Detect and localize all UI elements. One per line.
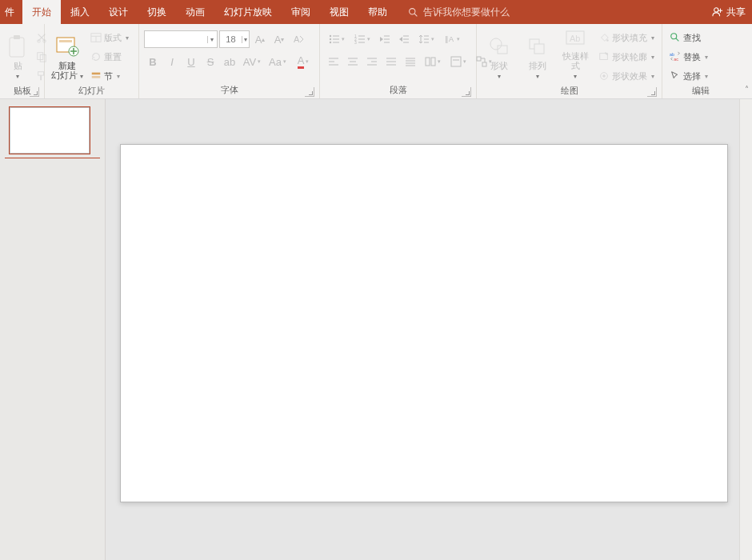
tab-insert[interactable]: 插入 [61, 0, 99, 24]
svg-point-0 [410, 8, 415, 14]
group-paragraph-label: 段落 [390, 85, 407, 94]
font-size-dropdown[interactable]: ▾ [242, 36, 249, 43]
tab-review[interactable]: 审阅 [282, 0, 320, 24]
svg-rect-20 [92, 73, 101, 75]
drawing-dialog-launcher[interactable] [647, 87, 657, 97]
tab-design[interactable]: 设计 [99, 0, 138, 24]
section-button[interactable]: 节▾ [88, 67, 131, 85]
line-spacing-button[interactable]: ▾ [414, 30, 438, 48]
svg-point-23 [330, 35, 331, 37]
clear-format-icon: A [292, 33, 305, 46]
shape-outline-label: 形状轮廓 [612, 51, 647, 63]
italic-button[interactable]: I [163, 53, 181, 70]
svg-rect-63 [451, 57, 461, 66]
replace-button[interactable]: abac替换▾ [667, 48, 710, 66]
align-right-button[interactable] [363, 53, 381, 70]
distribute-icon [405, 56, 416, 67]
svg-rect-11 [38, 72, 44, 75]
clipboard-dialog-launcher[interactable] [30, 87, 39, 97]
text-direction-button[interactable]: ‖A▾ [440, 30, 464, 48]
svg-point-76 [602, 74, 606, 78]
svg-point-27 [330, 42, 331, 43]
font-size-combo[interactable]: ▾ [219, 30, 250, 48]
bullets-button[interactable]: ▾ [325, 30, 349, 48]
decrease-indent-button[interactable] [376, 30, 394, 48]
shapes-button[interactable]: 形状▾ [482, 27, 517, 82]
svg-rect-61 [426, 58, 430, 66]
ribbon: 贴▾ 贴板 新建 幻灯片 ▾ 版式▾ 重置 节▾ 幻灯片 [0, 24, 752, 99]
share-button[interactable]: 共享 [712, 0, 746, 24]
char-spacing-button[interactable]: AV▾ [240, 53, 264, 70]
font-family-combo[interactable]: ▾ [144, 30, 218, 48]
quick-styles-button[interactable]: Ab 快速样式▾ [558, 27, 593, 82]
align-center-icon [347, 56, 358, 67]
group-font: ▾ ▾ A▴ A▾ A B I U S ab AV▾ Aa▾ A▾ [139, 24, 320, 98]
slide-thumbnail-1[interactable] [10, 107, 90, 154]
text-direction-icon: ‖A [444, 34, 455, 45]
font-family-input[interactable] [145, 34, 207, 44]
align-justify-button[interactable] [382, 53, 400, 70]
shape-outline-button[interactable]: 形状轮廓▾ [596, 48, 657, 66]
underline-button[interactable]: U [182, 53, 200, 70]
select-icon [670, 70, 681, 82]
find-button[interactable]: 查找 [667, 29, 710, 46]
tab-help[interactable]: 帮助 [358, 0, 397, 24]
shape-effects-button[interactable]: 形状效果▾ [596, 67, 657, 85]
align-text-button[interactable]: ▾ [446, 53, 470, 70]
shape-effects-label: 形状效果 [612, 70, 647, 82]
font-family-dropdown[interactable]: ▾ [207, 36, 217, 43]
numbering-button[interactable]: 123▾ [350, 30, 374, 48]
group-clipboard-label: 贴板 [14, 86, 31, 95]
arrange-icon [526, 36, 549, 57]
tab-animations[interactable]: 动画 [176, 0, 214, 24]
clear-format-button[interactable]: A [290, 30, 307, 48]
tell-me-placeholder: 告诉我你想要做什么 [423, 6, 510, 19]
columns-button[interactable]: ▾ [421, 53, 445, 70]
strike-button[interactable]: S [202, 53, 219, 70]
align-left-button[interactable] [325, 53, 342, 70]
vertical-scrollbar[interactable] [739, 99, 752, 560]
svg-point-25 [330, 38, 331, 40]
new-slide-button[interactable]: 新建 幻灯片 ▾ [50, 27, 85, 82]
find-icon [670, 32, 681, 43]
grow-font-button[interactable]: A▴ [251, 30, 269, 48]
reset-button[interactable]: 重置 [88, 48, 131, 66]
paragraph-dialog-launcher[interactable] [462, 87, 471, 97]
change-case-button[interactable]: Aa▾ [266, 53, 290, 70]
increase-indent-button[interactable] [395, 30, 413, 48]
tab-file[interactable]: 件 [0, 0, 22, 24]
font-dialog-launcher[interactable] [305, 87, 314, 97]
arrange-button[interactable]: 排列▾ [520, 27, 555, 82]
shape-fill-icon [598, 32, 610, 43]
workspace [0, 99, 752, 560]
tab-transitions[interactable]: 切换 [138, 0, 176, 24]
shadow-button[interactable]: ab [221, 53, 238, 70]
shrink-font-button[interactable]: A▾ [270, 30, 288, 48]
tab-view[interactable]: 视图 [320, 0, 358, 24]
distribute-button[interactable] [402, 53, 419, 70]
font-color-button[interactable]: A▾ [291, 53, 315, 70]
collapse-ribbon-button[interactable]: ˄ [745, 85, 749, 94]
group-paragraph: ▾ 123▾ ▾ ‖A▾ ▾ ▾ ▾ 段落 [320, 24, 477, 98]
svg-point-2 [714, 8, 718, 12]
shape-fill-button[interactable]: 形状填充▾ [596, 29, 657, 46]
shape-outline-icon [598, 51, 610, 62]
section-icon [90, 70, 102, 82]
tab-home[interactable]: 开始 [22, 0, 61, 24]
bold-button[interactable]: B [144, 53, 162, 70]
slide-canvas[interactable] [120, 144, 728, 502]
outdent-icon [379, 34, 390, 45]
quick-styles-icon: Ab [564, 28, 586, 49]
select-button[interactable]: 选择▾ [667, 67, 710, 85]
align-center-button[interactable] [344, 53, 362, 70]
font-size-input[interactable] [220, 34, 242, 44]
share-icon [712, 6, 723, 18]
shapes-icon [488, 36, 510, 57]
tab-slideshow[interactable]: 幻灯片放映 [214, 0, 282, 24]
shapes-label: 形状 [490, 61, 508, 70]
layout-button[interactable]: 版式▾ [88, 29, 131, 46]
paste-label: 贴 [14, 61, 22, 70]
tell-me-search[interactable]: 告诉我你想要做什么 [408, 0, 510, 24]
find-label: 查找 [683, 32, 701, 44]
paste-button[interactable]: 贴▾ [5, 27, 30, 82]
